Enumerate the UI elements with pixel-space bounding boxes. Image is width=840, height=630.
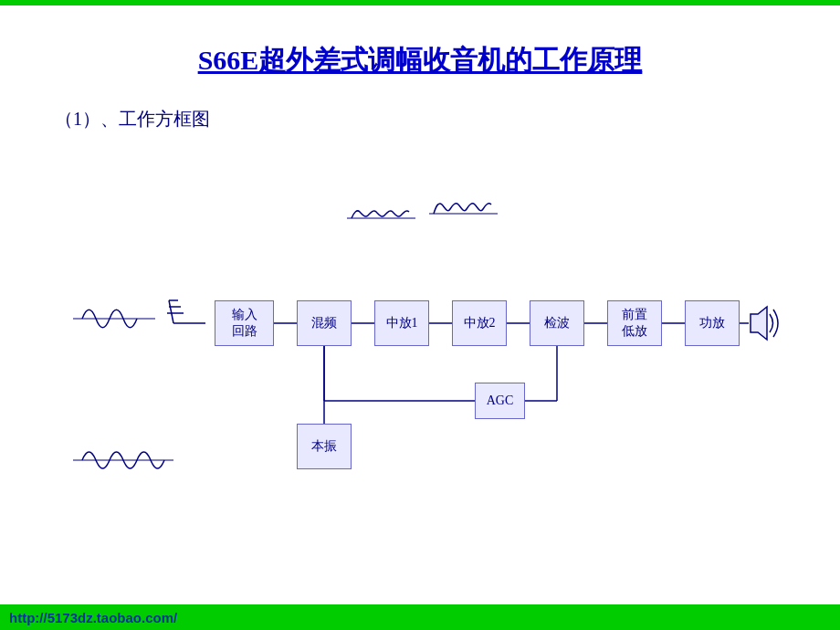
block-if2: 中放2 xyxy=(452,300,507,346)
block-mixer: 混频 xyxy=(297,300,352,346)
page-title: S66E超外差式调幅收音机的工作原理 xyxy=(55,42,785,79)
svg-line-1 xyxy=(169,300,173,323)
subtitle: （1）、工作方框图 xyxy=(55,107,785,131)
diagram-area: 输入 回路 混频 中放1 中放2 检波 前置 低放 功放 本振 AGC xyxy=(55,159,785,506)
block-input: 输入 回路 xyxy=(215,300,274,346)
footer-bar: http://5173dz.taobao.com/ xyxy=(0,604,840,630)
footer-url: http://5173dz.taobao.com/ xyxy=(9,610,177,625)
block-preamp: 前置 低放 xyxy=(607,300,662,346)
block-power: 功放 xyxy=(685,300,740,346)
svg-marker-13 xyxy=(751,307,767,340)
block-detect: 检波 xyxy=(530,300,584,346)
block-osc: 本振 xyxy=(297,424,352,469)
block-if1: 中放1 xyxy=(374,300,429,346)
main-content: S66E超外差式调幅收音机的工作原理 （1）、工作方框图 xyxy=(0,5,840,506)
block-agc: AGC xyxy=(475,383,525,419)
